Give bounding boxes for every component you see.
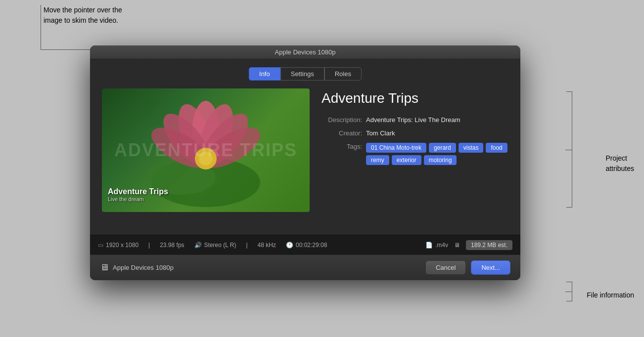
status-audio: 🔊 Stereo (L R) bbox=[194, 242, 236, 249]
tab-info[interactable]: Info bbox=[249, 67, 280, 81]
description-row: Description: Adventure Trips: Live The D… bbox=[322, 116, 508, 124]
bottom-bar: 🖥 Apple Devices 1080p Cancel Next... bbox=[90, 254, 520, 280]
dialog-title: Apple Devices 1080p bbox=[275, 48, 336, 56]
audio-icon: 🔊 bbox=[194, 242, 202, 249]
tabs-row: Info Settings Roles bbox=[102, 67, 508, 81]
tag-item[interactable]: food bbox=[486, 143, 507, 153]
status-format: 📄 .m4v bbox=[425, 242, 448, 249]
tag-item[interactable]: motoring bbox=[424, 155, 457, 165]
creator-value: Tom Clark bbox=[366, 129, 395, 137]
tag-item[interactable]: vistas bbox=[459, 143, 484, 153]
content-area: ADVENTURE TRIPS Adventure Trips Live the… bbox=[102, 88, 508, 227]
file-size-badge: 189.2 MB est. bbox=[466, 240, 512, 250]
status-bar: ▭ 1920 x 1080 | 23.98 fps 🔊 Stereo (L R)… bbox=[90, 235, 520, 254]
annotation-line-horizontal bbox=[41, 49, 90, 50]
clock-icon: 🕐 bbox=[286, 242, 293, 249]
bracket-project bbox=[566, 91, 572, 208]
tab-settings[interactable]: Settings bbox=[280, 67, 324, 81]
file-icon: 📄 bbox=[425, 242, 433, 249]
status-separator-1: | bbox=[148, 242, 150, 249]
project-title: Adventure Trips bbox=[322, 90, 508, 106]
video-watermark: ADVENTURE TRIPS bbox=[114, 140, 297, 161]
creator-row: Creator: Tom Clark bbox=[322, 129, 508, 137]
tags-row: Tags: 01 China Moto-trekgerardvistasfood… bbox=[322, 143, 508, 165]
tag-item[interactable]: remy bbox=[366, 155, 389, 165]
tag-item[interactable]: exterior bbox=[392, 155, 421, 165]
info-panel: Adventure Trips Description: Adventure T… bbox=[322, 88, 508, 227]
tag-item[interactable]: gerard bbox=[429, 143, 456, 153]
status-resolution: ▭ 1920 x 1080 bbox=[98, 242, 138, 249]
description-label: Description: bbox=[322, 116, 366, 124]
status-screen-icon: 🖥 bbox=[454, 242, 460, 249]
device-icon: 🖥 bbox=[100, 262, 109, 273]
annotation-line-vertical bbox=[41, 5, 41, 49]
status-fps: 23.98 fps bbox=[160, 242, 184, 249]
creator-label: Creator: bbox=[322, 129, 366, 137]
status-separator-2: | bbox=[246, 242, 247, 249]
tag-item[interactable]: 01 China Moto-trek bbox=[366, 143, 426, 153]
description-value: Adventure Trips: Live The Dream bbox=[366, 116, 460, 124]
video-overlay-title: Adventure Trips bbox=[108, 187, 168, 196]
dialog-body: Info Settings Roles bbox=[90, 59, 520, 235]
device-label: Apple Devices 1080p bbox=[113, 264, 174, 271]
annotation-file-information: File information bbox=[587, 290, 634, 300]
video-text-overlay: Adventure Trips Live the dream bbox=[108, 187, 168, 202]
annotation-line2: image to skim the video. bbox=[44, 16, 118, 24]
bottom-buttons: Cancel Next... bbox=[425, 260, 510, 275]
status-duration: 🕐 00:02:29:08 bbox=[286, 242, 327, 249]
bracket-file bbox=[566, 282, 572, 301]
resolution-icon: ▭ bbox=[98, 242, 103, 249]
annotation-line1: Move the pointer over the bbox=[44, 6, 122, 14]
annotation-top: Move the pointer over the image to skim … bbox=[44, 5, 122, 26]
tab-roles[interactable]: Roles bbox=[324, 67, 362, 81]
video-preview[interactable]: ADVENTURE TRIPS Adventure Trips Live the… bbox=[102, 88, 310, 212]
device-info: 🖥 Apple Devices 1080p bbox=[100, 262, 174, 273]
export-dialog: Apple Devices 1080p Info Settings Roles bbox=[90, 45, 520, 280]
tags-container: 01 China Moto-trekgerardvistasfoodremyex… bbox=[366, 143, 508, 165]
status-sample-rate: 48 kHz bbox=[258, 242, 276, 249]
dialog-titlebar: Apple Devices 1080p bbox=[90, 45, 520, 59]
next-button[interactable]: Next... bbox=[471, 260, 510, 275]
video-overlay-subtitle: Live the dream bbox=[108, 196, 168, 202]
tags-label: Tags: bbox=[322, 143, 366, 165]
status-right: 📄 .m4v 🖥 189.2 MB est. bbox=[425, 240, 512, 250]
cancel-button[interactable]: Cancel bbox=[425, 260, 466, 275]
annotation-project-attributes: Projectattributes bbox=[605, 153, 634, 174]
